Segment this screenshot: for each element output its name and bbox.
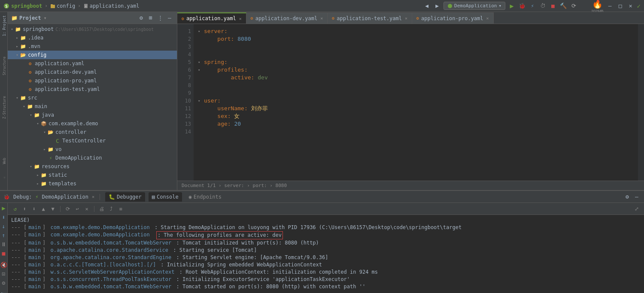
tree-item-java[interactable]: ▾ 📁 java [8, 111, 177, 119]
toolbar-filter-icon[interactable]: ⟳ [64, 205, 72, 213]
tab-application-yaml[interactable]: ⚙ application.yaml ✕ [177, 12, 246, 24]
controller-folder-icon: 📂 [47, 129, 54, 136]
tree-item-mvn[interactable]: ▸ 📁 .mvn [8, 42, 177, 51]
toolbar-rerun-icon[interactable]: ↺ [11, 205, 19, 213]
code-line-2: port: 8080 [197, 35, 638, 43]
tree-item-app-yaml[interactable]: ⚙ application.yaml [8, 59, 177, 68]
toolbar-up-icon[interactable]: ⬆ [21, 205, 28, 213]
expand-arrow: ▾ [35, 121, 40, 126]
step-out-icon[interactable]: ↑ [0, 232, 8, 239]
toolbar-clear-icon[interactable]: ✕ [83, 205, 91, 213]
stop-icon[interactable]: ■ [549, 2, 557, 10]
nav-back-icon[interactable]: ◀ [423, 2, 431, 10]
tree-item-vo[interactable]: ▸ 📁 vo [8, 145, 177, 154]
bottom-settings-icon[interactable]: ⚙ [623, 193, 631, 201]
highlighted-log: : The following profiles are active: dev [156, 231, 283, 239]
profile-icon[interactable]: ⏱ [539, 2, 547, 10]
sync-icon[interactable]: ⟳ [570, 2, 577, 10]
tab-close-4[interactable]: ✕ [486, 16, 489, 21]
fold-10[interactable]: ▾ [198, 97, 204, 105]
debug-close-icon[interactable]: ✕ [92, 194, 94, 199]
toolbar-expand-icon[interactable]: ⤢ [633, 205, 641, 213]
toolbar-print-icon[interactable]: 🖨 [98, 205, 106, 213]
project-minimize-icon[interactable]: — [166, 14, 173, 22]
code-content[interactable]: ▾ server: port: 8080 [194, 24, 638, 181]
project-settings-icon[interactable]: ⚙ [137, 14, 145, 22]
tree-item-static[interactable]: ▸ 📁 static [8, 171, 177, 179]
build-icon[interactable]: 🔨 [559, 2, 567, 10]
code-editor[interactable]: 12345 678910 11121314 ▾ server: port: 80… [177, 24, 644, 181]
tree-item-main[interactable]: ▾ 📁 main [8, 102, 177, 111]
run-icon[interactable]: ▶ [508, 2, 516, 10]
tab-application-pro-yaml[interactable]: ⚙ application-pro.yaml ✕ [412, 12, 494, 24]
project-layout-icon[interactable]: ⊞ [147, 14, 155, 22]
window-maximize-icon[interactable]: □ [617, 2, 624, 10]
breakpoints-icon[interactable]: ⊡ [0, 271, 8, 277]
step-over-icon[interactable]: ⬇ [0, 214, 8, 221]
mute-icon[interactable]: 🔇 [0, 262, 8, 268]
debugger-icon: 🐛 [109, 194, 115, 200]
memory-indicator[interactable]: 🔥 202MB [591, 0, 604, 13]
yaml-file-icon: ⚙ [27, 60, 33, 67]
nav-forward-icon[interactable]: ▶ [433, 2, 441, 10]
tree-item-app-pro-yaml[interactable]: ⚙ application-pro.yaml [8, 76, 177, 85]
tab-debugger[interactable]: 🐛 Debugger [105, 192, 145, 202]
fold-5[interactable]: ▾ [198, 58, 204, 66]
tab-close-2[interactable]: ✕ [320, 16, 323, 21]
tree-item-idea[interactable]: ▸ 📁 .idea [8, 33, 177, 42]
console-toolbar: ↺ ⬆ ⬇ ▲ ▼ ⟳ ↩ ✕ 🖨 ⤴ ≡ ⤢ [8, 203, 644, 215]
resources-folder-icon: 📁 [33, 163, 40, 170]
tab-application-test-yaml[interactable]: ⚙ application-test.yaml ✕ [328, 12, 412, 24]
fold-6[interactable]: ▾ [198, 66, 204, 74]
tree-item-app-test-yaml[interactable]: ⚙ application-test.yaml [8, 85, 177, 94]
project-gear-icon[interactable]: ⋮ [156, 14, 164, 22]
sidebar-item-structure[interactable]: Structure [0, 55, 7, 77]
run-config-selector[interactable]: DemoApplication ▾ [444, 2, 505, 10]
window-close-icon[interactable]: ✕ [627, 2, 635, 10]
tree-item-config[interactable]: ▾ 📂 config [8, 51, 177, 59]
project-header-icons: ⚙ ⊞ ⋮ — [137, 14, 173, 22]
console-area: ↺ ⬆ ⬇ ▲ ▼ ⟳ ↩ ✕ 🖨 ⤴ ≡ ⤢ LEASE) [8, 203, 644, 293]
title-bar-right: ◀ ▶ DemoApplication ▾ ▶ 🐞 ⚡ ⏱ ■ 🔨 ⟳ 🔥 20… [423, 0, 641, 13]
sidebar-item-web[interactable]: Web [0, 156, 7, 166]
coverage-icon[interactable]: ⚡ [529, 2, 536, 10]
stop-debug-icon[interactable]: ■ [0, 250, 8, 257]
debug-icon[interactable]: 🐞 [518, 2, 526, 10]
tab-endpoints[interactable]: ◉ Endpoints [185, 192, 225, 202]
tab-application-dev-yaml[interactable]: ⚙ application-dev.yaml ✕ [246, 12, 328, 24]
tab-console[interactable]: ▤ Console [149, 192, 182, 202]
toolbar-export-icon[interactable]: ⤴ [107, 205, 115, 213]
tree-item-testcontroller[interactable]: C TestController [8, 136, 177, 145]
tree-item-templates[interactable]: ▸ 📁 templates [8, 179, 177, 188]
resume-icon[interactable]: ▶ [0, 205, 8, 211]
tree-item-com-example[interactable]: ▾ 📦 com.example.demo [8, 119, 177, 128]
tree-item-springboot[interactable]: ▾ 📁 springboot C:\Users\86157\Desktop\co… [8, 25, 177, 33]
pause-icon[interactable]: ⏸ [0, 241, 8, 248]
console-output[interactable]: LEASE) --- [ main ] com.example.demo.Dem… [8, 215, 644, 293]
tree-item-src[interactable]: ▾ 📁 src [8, 94, 177, 102]
debug-app-title[interactable]: DemoApplication [42, 194, 88, 200]
folder-icon [50, 3, 55, 9]
settings-debug-icon[interactable]: ⚙ [0, 280, 8, 286]
sidebar-item-zstructure[interactable]: Z-Structure [0, 94, 7, 121]
toolbar-wrap-icon[interactable]: ↩ [73, 205, 81, 213]
tab-close-3[interactable]: ✕ [405, 16, 407, 21]
bottom-header-right: ⚙ — [623, 193, 641, 201]
sidebar-item-project[interactable]: 1: Project [0, 14, 7, 38]
toolbar-step-down-icon[interactable]: ▼ [49, 205, 57, 213]
tree-item-demoapplication[interactable]: ⚡ DemoApplication [8, 154, 177, 162]
toolbar-down-icon[interactable]: ⬇ [30, 205, 38, 213]
fold-1[interactable]: ▾ [198, 27, 204, 35]
tree-item-controller[interactable]: ▾ 📂 controller [8, 128, 177, 136]
expand-arrow: ▾ [28, 164, 33, 169]
bottom-minimize-icon[interactable]: — [633, 193, 641, 201]
window-minimize-icon[interactable]: — [606, 2, 614, 10]
tab-close-1[interactable]: ✕ [239, 16, 242, 21]
sidebar-item-favorites[interactable]: ☆ [0, 174, 7, 181]
camera-icon[interactable]: 📷 [0, 291, 8, 293]
tree-item-app-dev-yaml[interactable]: ⚙ application-dev.yaml [8, 68, 177, 76]
tree-item-resources[interactable]: ▾ 📁 resources [8, 162, 177, 171]
toolbar-settings-icon[interactable]: ≡ [117, 205, 125, 213]
toolbar-step-up-icon[interactable]: ▲ [39, 205, 47, 213]
step-into-icon[interactable]: ↓ [0, 223, 8, 230]
